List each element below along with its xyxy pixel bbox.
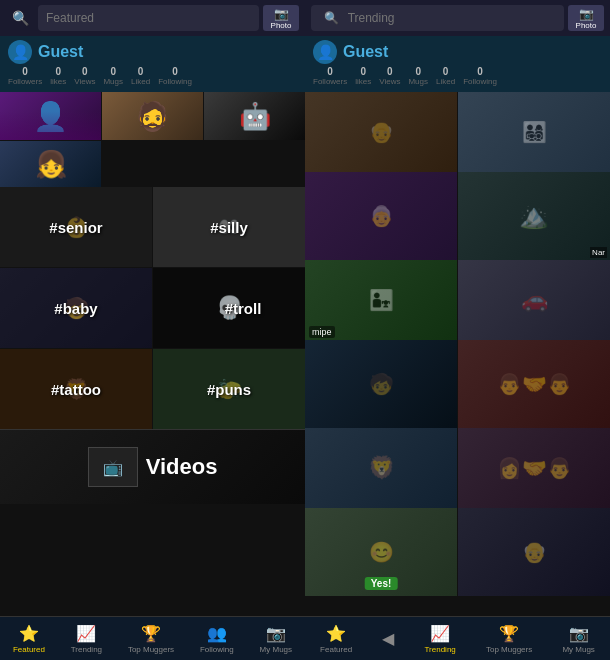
right-row-2: 👵 🏔️ Nar [305,172,610,260]
left-photo-button[interactable]: 📷 Photo [263,5,299,31]
nav-following-left[interactable]: 👥 Following [200,624,234,654]
right-cell-1b[interactable]: 👨‍👩‍👧‍👦 [458,92,610,172]
right-stat-mugs: 0 Mugs [408,66,428,86]
trophy-icon-left: 🏆 [141,624,161,643]
right-cell-4b[interactable]: 👨‍🤝‍👨 [458,340,610,428]
search-icon-right[interactable]: 🔍 [319,4,344,32]
left-username: Guest [38,43,83,61]
left-bottom-nav: ⭐ Featured 📈 Trending 🏆 Top Muggers 👥 Fo… [0,616,305,660]
nav-back-right[interactable]: ◀ [382,629,394,648]
left-avatar: 👤 [8,40,32,64]
left-photo-3[interactable]: 🤖 [204,92,305,140]
star-icon: ⭐ [19,624,39,643]
right-cell-3b[interactable]: 🚗 [458,260,610,340]
nav-mymugs-right[interactable]: 📷 My Mugs [562,624,594,654]
trending-icon: 📈 [76,624,96,643]
nav-mymugs-left[interactable]: 📷 My Mugs [260,624,292,654]
app-container: 🔍 📷 Photo 👤 Guest 0 Followers 0 [0,0,610,660]
right-stats: 0 Followers 0 likes 0 Views 0 Mugs 0 L [313,64,602,88]
right-cell-5a[interactable]: 🦁 [305,428,457,508]
right-stat-views: 0 Views [379,66,400,86]
videos-row[interactable]: 📺 Videos [0,429,305,504]
nav-featured-left[interactable]: ⭐ Featured [13,624,45,654]
right-bottom-nav: ⭐ Featured ◀ 📈 Trending 🏆 Top Muggers 📷 … [305,616,610,660]
right-row-1: 👴 👨‍👩‍👧‍👦 [305,92,610,172]
nav-featured-right[interactable]: ⭐ Featured [320,624,352,654]
camera-icon-left: 📷 [266,624,286,643]
right-content: 👴 👨‍👩‍👧‍👦 👵 🏔️ Nar [305,92,610,616]
right-username: Guest [343,43,388,61]
left-search-bar[interactable] [38,5,259,31]
trophy-icon-right: 🏆 [499,624,519,643]
back-icon: ◀ [382,629,394,648]
tag-tattoo[interactable]: 🦁 #tattoo [0,349,152,429]
right-panel: 🔍 📷 Photo 👤 Guest 0 Followers 0 [305,0,610,660]
right-cell-3a[interactable]: 👨‍👧 mipe [305,260,457,340]
left-photo-1[interactable]: 👤 [0,92,101,140]
nav-top-muggers-right[interactable]: 🏆 Top Muggers [486,624,532,654]
right-search-bar[interactable]: 🔍 [311,5,564,31]
left-stat-followers: 0 Followers [8,66,42,86]
right-cell-6b[interactable]: 👴 [458,508,610,596]
right-cell-1a[interactable]: 👴 [305,92,457,172]
right-stat-followers: 0 Followers [313,66,347,86]
nav-top-muggers-left[interactable]: 🏆 Top Muggers [128,624,174,654]
right-top-bar: 🔍 📷 Photo [305,0,610,36]
right-photo-button[interactable]: 📷 Photo [568,5,604,31]
star-icon-right: ⭐ [326,624,346,643]
nav-trending-right[interactable]: 📈 Trending [425,624,456,654]
mipe-label: mipe [309,326,335,338]
right-row-4: 🧒 👨‍🤝‍👨 [305,340,610,428]
right-cell-5b[interactable]: 👩‍🤝‍👨 [458,428,610,508]
right-stat-likes: 0 likes [355,66,371,86]
left-stat-following: 0 Following [158,66,192,86]
right-cell-2b[interactable]: 🏔️ Nar [458,172,610,260]
right-search-input[interactable] [348,11,556,25]
right-row-3: 👨‍👧 mipe 🚗 [305,260,610,340]
tag-baby[interactable]: 🧒 #baby [0,268,152,348]
left-stat-liked: 0 Liked [131,66,150,86]
left-panel: 🔍 📷 Photo 👤 Guest 0 Followers 0 [0,0,305,660]
camera-icon-right: 📷 [569,624,589,643]
right-stat-following: 0 Following [463,66,497,86]
tag-silly[interactable]: 👀 #silly [153,187,305,267]
left-stat-mugs: 0 Mugs [103,66,123,86]
left-stat-views: 0 Views [74,66,95,86]
right-cell-6a[interactable]: 😊 Yes! [305,508,457,596]
right-user-bar: 👤 Guest 0 Followers 0 likes 0 Views 0 [305,36,610,92]
left-search-input[interactable] [46,11,251,25]
tag-puns[interactable]: 🧽 #puns [153,349,305,429]
nav-trending-left[interactable]: 📈 Trending [71,624,102,654]
right-avatar: 👤 [313,40,337,64]
left-photo-2[interactable]: 🧔 [102,92,203,140]
right-row-6: 😊 Yes! 👴 [305,508,610,596]
right-row-5: 🦁 👩‍🤝‍👨 [305,428,610,508]
left-stat-likes: 0 likes [50,66,66,86]
search-icon-left[interactable]: 🔍 [6,4,34,32]
yes-label: Yes! [365,577,398,590]
left-content: 👤 🧔 🤖 👧 [0,92,305,616]
right-cell-4a[interactable]: 🧒 [305,340,457,428]
left-photo-row: 👤 🧔 🤖 👧 [0,92,305,187]
following-icon: 👥 [207,624,227,643]
trending-icon-right: 📈 [430,624,450,643]
tag-troll[interactable]: 💀 #troll [153,268,305,348]
right-stat-liked: 0 Liked [436,66,455,86]
tag-senior[interactable]: 👶 #senior [0,187,152,267]
left-photo-4[interactable]: 👧 [0,141,101,187]
left-top-bar: 🔍 📷 Photo [0,0,305,36]
left-user-bar: 👤 Guest 0 Followers 0 likes 0 Views 0 [0,36,305,92]
left-stats: 0 Followers 0 likes 0 Views 0 Mugs 0 L [8,64,297,88]
left-tags-grid: 👶 #senior 👀 #silly 🧒 #baby 💀 #troll [0,187,305,429]
right-cell-2a[interactable]: 👵 [305,172,457,260]
